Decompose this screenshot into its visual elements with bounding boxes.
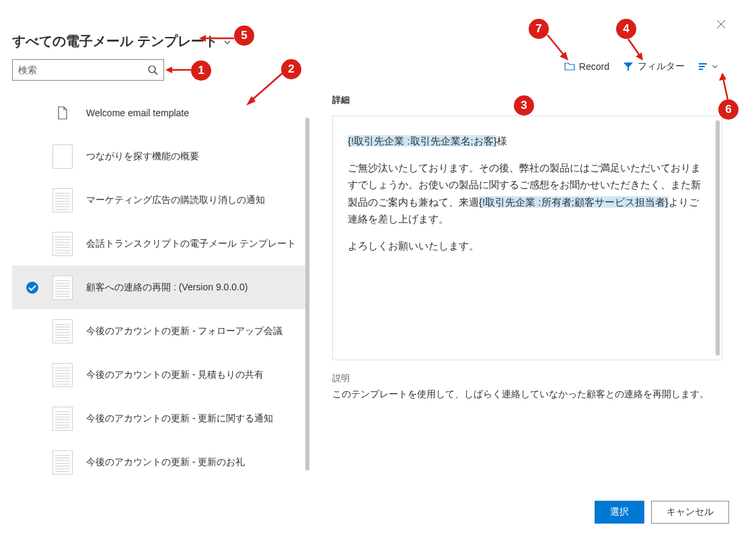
search-container bbox=[12, 59, 164, 81]
merge-field-2: {!取引先企業 :所有者;顧客サービス担当者} bbox=[479, 196, 669, 208]
detail-scrollbar[interactable] bbox=[716, 120, 720, 356]
cancel-button[interactable]: キャンセル bbox=[651, 501, 729, 524]
arrow-5 bbox=[199, 34, 235, 45]
thumbnail-icon bbox=[52, 232, 73, 256]
detail-panel: 詳細 {!取引先企業 :取引先企業名;お客}様 ご無沙汰いたしております。その後… bbox=[332, 94, 722, 401]
arrow-4 bbox=[626, 38, 646, 64]
list-item[interactable]: 今後のアカウントの更新 - フォローアップ会議 bbox=[12, 309, 309, 353]
arrow-1 bbox=[165, 65, 192, 77]
search-input[interactable] bbox=[18, 65, 147, 75]
callout-3: 3 bbox=[514, 95, 534, 116]
thumbnail-icon bbox=[52, 276, 73, 300]
thumbnail-icon bbox=[52, 101, 73, 125]
list-item[interactable]: 今後のアカウントの更新 - 見積もりの共有 bbox=[12, 353, 309, 397]
search-icon[interactable] bbox=[147, 65, 158, 75]
list-item-label: マーケティング広告の購読取り消しの通知 bbox=[86, 194, 265, 206]
thumbnail-icon bbox=[52, 188, 73, 212]
list-item-label: 今後のアカウントの更新 - 見積もりの共有 bbox=[86, 369, 264, 381]
svg-marker-2 bbox=[165, 67, 172, 73]
svg-marker-6 bbox=[560, 52, 568, 60]
list-item-label: 今後のアカウントの更新 - 更新に関する通知 bbox=[86, 413, 273, 425]
callout-7: 7 bbox=[529, 19, 549, 39]
close-button[interactable] bbox=[716, 19, 726, 30]
callout-6: 6 bbox=[718, 99, 739, 120]
callout-1: 1 bbox=[191, 60, 211, 81]
select-button[interactable]: 選択 bbox=[595, 501, 644, 524]
arrow-6 bbox=[718, 73, 733, 103]
svg-point-1 bbox=[26, 282, 38, 294]
arrow-7 bbox=[545, 34, 572, 65]
thumbnail-icon bbox=[52, 145, 73, 169]
list-item-label: Welcome email template bbox=[86, 108, 189, 118]
more-options-button[interactable] bbox=[698, 62, 718, 71]
template-list: Welcome email templateつながりを探す機能の概要マーケティン… bbox=[12, 91, 309, 481]
callout-2: 2 bbox=[281, 59, 301, 79]
detail-body: {!取引先企業 :取引先企業名;お客}様 ご無沙汰いたしております。その後、弊社… bbox=[332, 116, 722, 360]
callout-5: 5 bbox=[234, 26, 254, 46]
thumbnail-icon bbox=[52, 363, 73, 387]
checkmark-icon bbox=[26, 281, 39, 294]
callout-4: 4 bbox=[616, 19, 636, 39]
list-item[interactable]: 今後のアカウントの更新 - 更新のお礼 bbox=[12, 440, 309, 481]
list-item-label: 会話トランスクリプトの電子メール テンプレート bbox=[86, 238, 296, 250]
page-title: すべての電子メール テンプレート bbox=[12, 32, 218, 50]
list-item[interactable]: 会話トランスクリプトの電子メール テンプレート bbox=[12, 222, 309, 265]
description-header: 説明 bbox=[332, 372, 722, 384]
action-bar: 選択 キャンセル bbox=[595, 501, 729, 524]
svg-marker-7 bbox=[719, 73, 726, 81]
list-scrollbar[interactable] bbox=[305, 118, 309, 470]
arrow-2 bbox=[242, 69, 289, 112]
list-item[interactable]: 今後のアカウントの更新 - 更新に関する通知 bbox=[12, 397, 309, 440]
list-item-label: 今後のアカウントの更新 - フォローアップ会議 bbox=[86, 325, 282, 337]
list-item[interactable]: マーケティング広告の購読取り消しの通知 bbox=[12, 178, 309, 222]
description-text: このテンプレートを使用して、しばらく連絡していなかった顧客との連絡を再開します。 bbox=[332, 388, 722, 401]
record-label: Record bbox=[579, 61, 609, 72]
list-item[interactable]: 顧客への連絡の再開 : (Version 9.0.0.0) bbox=[12, 265, 309, 309]
list-item-label: 顧客への連絡の再開 : (Version 9.0.0.0) bbox=[86, 282, 248, 294]
svg-point-0 bbox=[149, 66, 155, 73]
list-item[interactable]: つながりを探す機能の概要 bbox=[12, 134, 309, 178]
list-item-label: 今後のアカウントの更新 - 更新のお礼 bbox=[86, 456, 245, 468]
thumbnail-icon bbox=[52, 319, 73, 343]
thumbnail-icon bbox=[52, 407, 73, 431]
svg-marker-4 bbox=[199, 35, 206, 42]
merge-field-1: {!取引先企業 :取引先企業名;お客} bbox=[348, 135, 497, 147]
thumbnail-icon bbox=[52, 450, 73, 475]
list-item-label: つながりを探す機能の概要 bbox=[86, 151, 199, 163]
